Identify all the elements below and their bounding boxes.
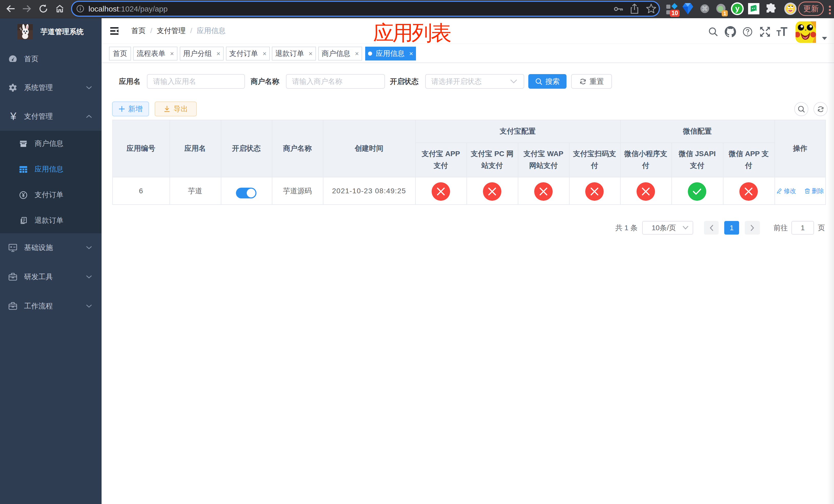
- svg-text:y: y: [735, 4, 740, 13]
- svg-text:1: 1: [723, 10, 726, 16]
- svg-text:10: 10: [672, 10, 678, 17]
- svg-text:⌘: ⌘: [702, 5, 708, 12]
